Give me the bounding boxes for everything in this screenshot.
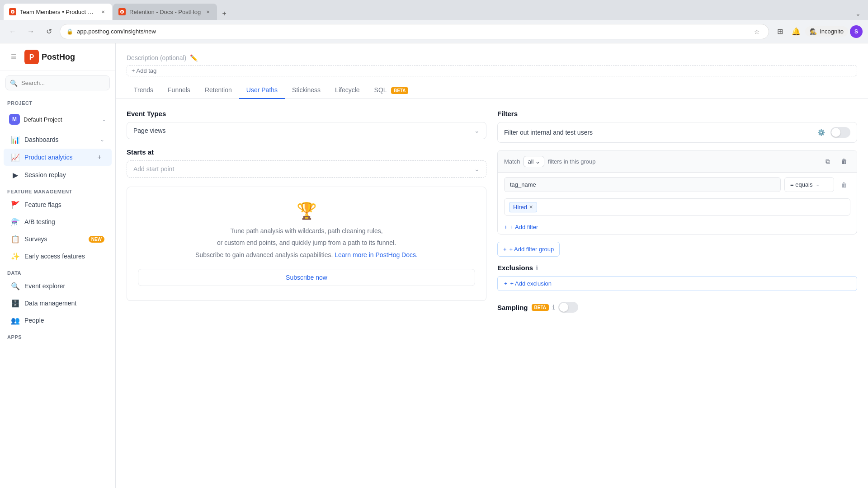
tab-stickiness[interactable]: Stickiness [285,82,328,99]
filter-internal-users-text: Filter out internal and test users [504,129,812,136]
incognito-icon: 🕵 [810,28,817,35]
event-types-chevron-icon: ⌄ [474,127,480,134]
tab-funnels[interactable]: Funnels [160,82,198,99]
sidebar-item-session-replay[interactable]: ▶ Session replay [4,167,112,183]
tab2-title: Retention - Docs - PostHog [129,9,201,15]
exclusions-title: Exclusions [497,264,533,272]
ab-testing-label: A/B testing [24,218,104,225]
address-bar[interactable]: 🔒 app.posthog.com/insights/new ☆ [60,24,769,39]
filters-title: Filters [497,110,857,117]
sampling-info-icon[interactable]: ℹ [552,304,555,311]
tab-retention[interactable]: Retention [198,82,239,99]
starts-at-section: Starts at Add start point ⌄ [127,148,486,178]
tab-user-paths[interactable]: User Paths [239,82,285,99]
add-filter-group-label: + Add filter group [509,246,554,253]
data-section-label: DATA [0,265,115,277]
subscribe-box: 🏆 Tune path analysis with wildcards, pat… [127,187,486,301]
subscribe-text-line3: Subscribe to gain advanced analysis capa… [138,250,475,260]
product-analytics-plus-icon[interactable]: + [94,152,104,162]
copy-filter-group-button[interactable]: ⧉ [821,155,834,168]
notifications-button[interactable]: 🔔 [789,24,803,39]
event-types-value: Page views [133,127,166,134]
product-analytics-icon: 📈 [11,153,20,162]
filter-operator-chevron-icon: ⌄ [816,182,820,188]
extensions-button[interactable]: ⊞ [773,24,787,39]
tab-trends[interactable]: Trends [127,82,160,99]
search-input[interactable] [5,75,110,90]
add-exclusion-button[interactable]: + + Add exclusion [497,276,857,291]
tab-lifecycle[interactable]: Lifecycle [328,82,367,99]
sampling-beta-badge: BETA [532,304,549,311]
subscribe-now-button[interactable]: Subscribe now [138,269,475,286]
sidebar-item-dashboards[interactable]: 📊 Dashboards ⌄ [4,131,112,148]
subscribe-text-line1: Tune path analysis with wildcards, path … [138,226,475,236]
delete-filter-group-button[interactable]: 🗑 [838,155,850,168]
sidebar-item-early-access[interactable]: ✨ Early access features [4,248,112,264]
session-replay-label: Session replay [24,171,104,178]
sidebar-item-product-analytics[interactable]: 📈 Product analytics + [4,149,112,166]
browser-tab-2[interactable]: P Retention - Docs - PostHog ✕ [113,4,217,20]
filter-settings-icon[interactable]: ⚙️ [817,129,825,136]
add-filter-button[interactable]: + + Add filter [498,220,857,234]
browser-tab-1[interactable]: P Team Members • Product analy... ✕ [4,4,112,20]
address-text: app.posthog.com/insights/new [77,28,748,35]
sidebar-item-surveys[interactable]: 📋 Surveys NEW [4,231,112,247]
delete-filter-row-button[interactable]: 🗑 [838,178,850,191]
tab-dropdown-button[interactable]: ⌄ [852,7,864,20]
tab-lifecycle-label: Lifecycle [335,86,359,94]
start-point-select[interactable]: Add start point ⌄ [127,160,486,178]
reload-button[interactable]: ↺ [42,24,56,39]
forward-button[interactable]: → [24,24,38,39]
content-body: Event Types Page views ⌄ Starts at Add s… [116,99,868,488]
subscribe-trophy-icon: 🏆 [138,202,475,221]
sidebar-item-data-management[interactable]: 🗄️ Data management [4,295,112,311]
exclusions-info-icon[interactable]: ℹ [536,264,538,272]
insight-tabs: Trends Funnels Retention User Paths Stic… [127,82,857,99]
hamburger-button[interactable]: ☰ [7,51,20,63]
filter-operator-select[interactable]: = equals ⌄ [784,177,834,192]
filter-tag-hired: Hired ✕ [509,202,537,212]
description-edit-icon[interactable]: ✏️ [190,54,198,61]
new-tab-button[interactable]: + [218,7,231,20]
filter-key-display[interactable]: tag_name [504,177,781,192]
dashboards-label: Dashboards [24,136,95,143]
match-select[interactable]: all ⌄ [524,156,544,167]
sidebar-item-feature-flags[interactable]: 🚩 Feature flags [4,197,112,213]
filter-internal-users-toggle[interactable] [830,127,850,138]
people-label: People [24,317,104,324]
address-icons: ☆ [751,26,762,37]
search-icon: 🔍 [10,80,18,87]
right-column: Filters Filter out internal and test use… [497,110,857,316]
profile-avatar[interactable]: S [850,25,863,38]
subscribe-learn-more-link[interactable]: Learn more in PostHog Docs. [335,251,418,258]
tab-sql-label: SQL [374,86,387,94]
browser-tabs-bar: P Team Members • Product analy... ✕ P Re… [0,0,868,20]
tab1-close[interactable]: ✕ [99,8,107,15]
app-layout: ☰ P PostHog 🔍 PROJECT M Defa [0,43,868,488]
add-tag-button[interactable]: + Add tag [127,65,857,76]
data-management-icon: 🗄️ [11,299,20,308]
add-filter-group-button[interactable]: + + Add filter group [497,242,560,257]
filter-value-box[interactable]: Hired ✕ [504,198,850,216]
sidebar-item-ab-testing[interactable]: ⚗️ A/B testing [4,214,112,230]
event-explorer-icon: 🔍 [11,282,20,291]
back-button[interactable]: ← [5,24,20,39]
sidebar-item-event-explorer[interactable]: 🔍 Event explorer [4,278,112,294]
feature-flags-icon: 🚩 [11,200,20,209]
sidebar-item-people[interactable]: 👥 People [4,312,112,328]
filter-tag-hired-text: Hired [513,204,527,211]
incognito-label: Incognito [820,28,844,35]
add-tag-label: + Add tag [132,67,156,74]
filter-tag-hired-close-icon[interactable]: ✕ [529,204,533,210]
posthog-logo-icon: P [24,50,39,64]
sampling-toggle[interactable] [558,302,578,313]
bookmark-icon[interactable]: ☆ [751,26,762,37]
match-value: all [528,158,533,165]
tab2-close[interactable]: ✕ [204,8,212,15]
sampling-title: Sampling [497,304,528,311]
incognito-button[interactable]: 🕵 Incognito [805,26,848,37]
apps-section-label: APPS [0,329,115,342]
tab-sql[interactable]: SQL BETA [367,82,416,99]
project-selector[interactable]: M Default Project ⌄ [5,111,110,127]
event-types-select[interactable]: Page views ⌄ [127,122,486,139]
